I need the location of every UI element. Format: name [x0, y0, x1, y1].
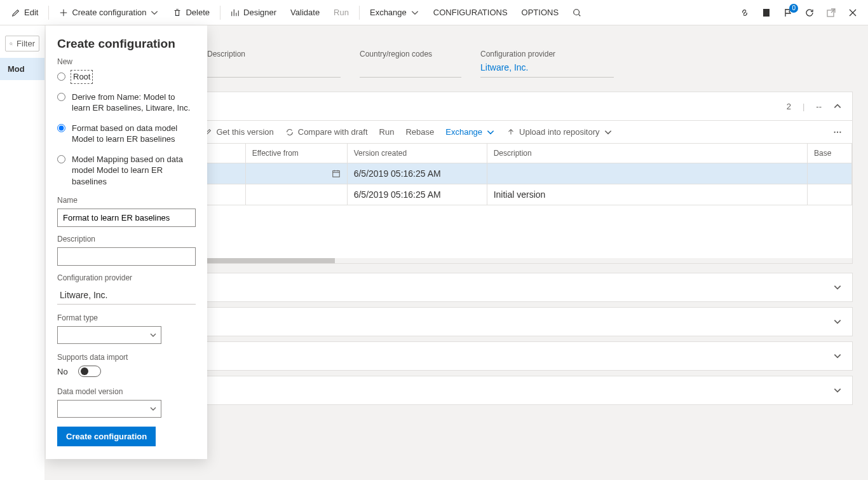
upload-icon [506, 128, 515, 137]
chevron-down-icon [833, 317, 842, 326]
toolbar-right: 0 [740, 8, 863, 18]
popout-button[interactable] [826, 8, 836, 18]
run-label: Run [334, 8, 349, 17]
col-effective[interactable]: Effective from [245, 144, 347, 163]
provider-value: Litware, Inc. [57, 286, 196, 305]
compare-icon [285, 128, 294, 137]
delete-button[interactable]: Delete [166, 4, 216, 21]
chevron-down-icon [833, 352, 842, 360]
chevron-down-icon [410, 8, 419, 17]
notifications-badge: 0 [789, 4, 798, 13]
configurations-label: CONFIGURATIONS [433, 8, 508, 17]
col-created[interactable]: Version created [347, 144, 487, 163]
close-icon [848, 8, 858, 18]
exchange-button[interactable]: Exchange [363, 4, 426, 21]
provider-label: Configuration provider [480, 50, 614, 58]
chevron-down-icon [150, 8, 159, 17]
versions-count: 2 [787, 102, 791, 111]
provider-value[interactable]: Litware, Inc. [480, 58, 614, 78]
chevron-down-icon [486, 128, 495, 137]
left-sidebar: Filter Mod [0, 25, 44, 480]
plus-icon [59, 8, 68, 17]
options-label: OPTIONS [522, 8, 559, 17]
versions-dash: -- [816, 102, 822, 111]
notifications-button[interactable]: 0 [783, 8, 793, 18]
chevron-down-icon [833, 283, 842, 292]
flyout-title: Create configuration [57, 37, 196, 51]
designer-button[interactable]: Designer [224, 4, 283, 21]
designer-label: Designer [243, 8, 276, 17]
svg-rect-1 [763, 9, 770, 17]
search-icon [10, 40, 13, 48]
rebase-action[interactable]: Rebase [405, 127, 434, 137]
format-type-label: Format type [57, 313, 196, 322]
new-label: New [57, 57, 196, 66]
run-action[interactable]: Run [379, 127, 395, 137]
chevron-down-icon [604, 128, 613, 137]
separator [359, 6, 360, 20]
create-configuration-flyout: Create configuration New Root Derive fro… [46, 25, 207, 459]
country-label: Country/region codes [360, 50, 461, 58]
calendar-icon[interactable] [332, 169, 341, 178]
close-button[interactable] [848, 8, 858, 18]
popout-icon [826, 8, 836, 18]
exchange-action[interactable]: Exchange [445, 127, 495, 137]
attach-button[interactable] [740, 8, 750, 18]
create-configuration-submit[interactable]: Create configuration [57, 427, 156, 446]
tree-item-model[interactable]: Mod [0, 58, 44, 80]
delete-label: Delete [186, 8, 210, 17]
radio-mapping[interactable]: Model Mapping based on data model Model … [57, 154, 196, 188]
svg-rect-7 [332, 171, 339, 177]
more-action[interactable] [833, 128, 842, 137]
filter-placeholder: Filter [17, 39, 35, 48]
description-label: Description [207, 50, 341, 58]
refresh-button[interactable] [804, 8, 815, 18]
radio-root[interactable]: Root [57, 71, 196, 83]
col-base[interactable]: Base [808, 144, 852, 163]
chevron-down-icon [149, 405, 157, 413]
chevron-down-icon [833, 386, 842, 395]
search-button-top[interactable] [566, 4, 588, 21]
configurations-button[interactable]: CONFIGURATIONS [427, 4, 514, 21]
upload-action[interactable]: Upload into repository [506, 127, 612, 137]
more-icon [833, 128, 842, 137]
svg-point-5 [837, 131, 838, 132]
radio-derive[interactable]: Derive from Name: Model to learn ER base… [57, 92, 196, 114]
create-config-label: Create configuration [72, 8, 146, 17]
svg-point-0 [574, 9, 580, 15]
create-configuration-button[interactable]: Create configuration [53, 4, 165, 21]
get-version-action[interactable]: Get this version [203, 127, 273, 137]
chevron-up-icon[interactable] [833, 102, 842, 111]
edit-button[interactable]: Edit [5, 4, 44, 21]
designer-icon [231, 8, 240, 17]
dmv-select[interactable] [57, 400, 161, 418]
description-input[interactable] [57, 247, 196, 266]
chevron-down-icon [149, 331, 157, 339]
description-value[interactable] [207, 58, 341, 78]
office-button[interactable] [761, 8, 771, 18]
col-description[interactable]: Description [487, 144, 807, 163]
trash-icon [173, 8, 182, 17]
filter-input[interactable]: Filter [5, 36, 39, 51]
svg-point-4 [834, 131, 835, 132]
separator [220, 6, 220, 20]
options-button[interactable]: OPTIONS [515, 4, 566, 21]
country-value[interactable] [360, 58, 461, 78]
dmv-label: Data model version [57, 387, 196, 396]
format-type-select[interactable] [57, 326, 161, 344]
validate-button[interactable]: Validate [284, 4, 326, 21]
toolbar: Edit Create configuration Delete Designe… [0, 0, 868, 25]
compare-action[interactable]: Compare with draft [285, 127, 368, 137]
run-button[interactable]: Run [327, 4, 355, 21]
svg-point-6 [839, 131, 841, 132]
name-input[interactable] [57, 209, 196, 227]
supports-value: No [57, 367, 68, 376]
validate-label: Validate [290, 8, 320, 17]
search-icon [573, 8, 581, 17]
supports-toggle[interactable] [78, 366, 101, 377]
separator [48, 6, 49, 20]
radio-format[interactable]: Format based on data model Model to lear… [57, 123, 196, 145]
exchange-label: Exchange [370, 8, 407, 17]
refresh-icon [804, 8, 815, 18]
supports-label: Supports data import [57, 353, 196, 362]
